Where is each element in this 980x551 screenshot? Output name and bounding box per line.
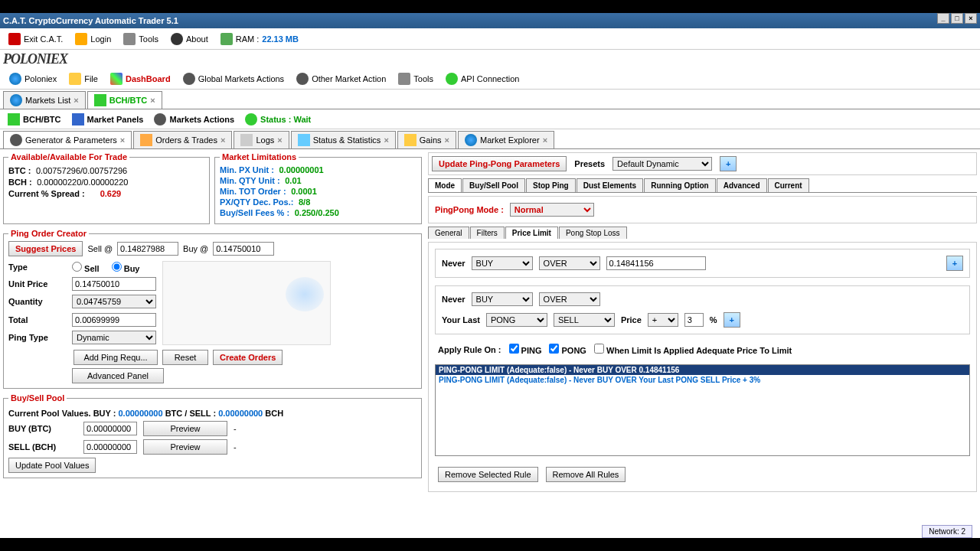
available-panel: Available/Available For Trade BTC : 0.00… [3,152,210,224]
rtab-bsp[interactable]: Buy/Sell Pool [462,178,525,192]
stab-price-limit[interactable]: Price Limit [505,227,558,239]
rule-item[interactable]: PING-PONG LIMIT (Adequate:false) - Never… [436,365,969,375]
tab-bchbtc[interactable]: BCH/BTC× [87,91,162,109]
tab-orders[interactable]: Orders & Trades× [133,131,232,148]
rule2-ref-side-select[interactable]: SELL [554,313,615,327]
market-pair-button[interactable]: BCH/BTC [3,111,66,128]
tab-logs[interactable]: Logs× [234,131,289,148]
type-buy-radio[interactable]: Buy [112,262,140,273]
pool-sell-preview-button[interactable]: Preview [143,439,227,455]
create-orders-button[interactable]: Create Orders [213,350,283,365]
update-pingpong-button[interactable]: Update Ping-Pong Parameters [432,156,567,171]
rule2-side-select[interactable]: BUY [472,292,533,306]
markets-actions-button[interactable]: Markets Actions [149,111,239,128]
chart-icon [94,94,106,106]
rtab-advanced[interactable]: Advanced [717,178,767,192]
globe-icon [9,73,21,85]
close-icon[interactable]: × [384,135,388,145]
pingpong-top-row: Update Ping-Pong Parameters Presets Defa… [428,152,977,175]
pool-buy-preview-button[interactable]: Preview [143,421,227,436]
apply-ping-checkbox[interactable]: PING [509,344,542,355]
tools-menu[interactable]: Tools [118,31,164,47]
type-sell-radio[interactable]: Sell [72,262,100,273]
close-icon[interactable]: × [120,135,125,145]
rtab-current[interactable]: Current [768,178,809,192]
mktlim-legend: Market Limitations [220,152,299,161]
exit-button[interactable]: Exit C.A.T. [3,31,68,47]
check-icon [446,73,458,85]
update-pool-button[interactable]: Update Pool Values [8,458,96,473]
rtab-running[interactable]: Running Option [644,178,716,192]
rule2-add-button[interactable]: + [724,312,740,328]
close-button[interactable]: × [965,13,977,24]
global-markets-button[interactable]: Global Markets Actions [177,70,291,87]
exchange-logo-row: POLONIEX [0,50,980,68]
market-panels-button[interactable]: Market Panels [67,111,149,128]
status-icon [245,113,257,126]
rule1-op-select[interactable]: OVER [539,256,600,270]
bsp-legend: Buy/Sell Pool [8,393,67,403]
presets-select[interactable]: Default Dynamic [612,157,712,171]
other-market-button[interactable]: Other Market Action [290,70,392,87]
close-icon[interactable]: × [74,96,78,105]
remove-all-button[interactable]: Remove All Rules [546,467,626,482]
close-icon[interactable]: × [277,135,282,145]
panel-tab-bar: Generator & Parameters× Orders & Trades×… [0,129,980,149]
tab-markets-list[interactable]: Markets List× [3,91,86,109]
apply-limit-checkbox[interactable]: When Limit Is Applied Adequate Price To … [594,344,792,355]
folder-icon [69,73,81,85]
tab-generator[interactable]: Generator & Parameters× [3,131,132,148]
rules-list[interactable]: PING-PONG LIMIT (Adequate:false) - Never… [435,364,970,456]
rtab-stop-ping[interactable]: Stop Ping [526,178,576,192]
rule1-add-button[interactable]: + [946,256,963,271]
api-connection[interactable]: API Connection [439,70,525,87]
rule2-sign-select[interactable]: + [648,313,678,327]
preset-add-button[interactable]: + [720,156,737,171]
pool-buy-input[interactable] [83,422,137,435]
tools2-menu[interactable]: Tools [392,70,439,87]
gear-icon [183,73,195,85]
stab-general[interactable]: General [428,227,469,239]
exchange-button[interactable]: Poloniex [3,70,63,87]
about-button[interactable]: About [165,31,214,47]
advanced-panel-button[interactable]: Advanced Panel [72,368,164,383]
suggest-prices-button[interactable]: Suggest Prices [8,241,83,256]
dashboard-button[interactable]: DashBoard [104,70,177,87]
close-icon[interactable]: × [150,96,155,105]
login-button[interactable]: Login [70,31,116,47]
rtab-mode[interactable]: Mode [428,178,462,192]
tab-stats[interactable]: Status & Statistics× [291,131,396,148]
tab-explorer[interactable]: Market Explorer× [458,131,554,148]
rule2-op-select[interactable]: OVER [539,292,600,306]
rule2-ref-select[interactable]: PONG [486,313,547,327]
stab-filters[interactable]: Filters [470,227,505,239]
maximize-button[interactable]: □ [951,13,963,24]
close-icon[interactable]: × [445,135,449,145]
tools-icon [398,73,410,85]
pingpong-mode-select[interactable]: Normal [510,203,594,217]
buy-at-input[interactable] [213,242,274,256]
quantity-select[interactable]: 0.04745759 [72,295,156,308]
stab-pong-stop-loss[interactable]: Pong Stop Loss [559,227,627,239]
pool-sell-input[interactable] [83,440,137,454]
unit-price-input[interactable] [72,277,156,291]
apply-pong-checkbox[interactable]: PONG [549,344,586,355]
minimize-button[interactable]: _ [937,13,949,24]
close-icon[interactable]: × [220,135,225,145]
total-input[interactable] [72,313,156,327]
rule2-pct-input[interactable] [684,313,704,327]
ping-type-select[interactable]: Dynamic [72,331,156,344]
sell-at-input[interactable] [117,242,178,256]
tab-gains[interactable]: Gains× [397,131,456,148]
file-menu[interactable]: File [63,70,104,87]
coin-icon [404,134,416,146]
list-icon [140,134,152,146]
rule1-value-input[interactable] [606,256,706,270]
remove-selected-button[interactable]: Remove Selected Rule [438,467,538,482]
reset-button[interactable]: Reset [162,350,208,365]
close-icon[interactable]: × [543,135,547,145]
rule1-side-select[interactable]: BUY [472,256,533,270]
rule-item[interactable]: PING-PONG LIMIT (Adequate:false) - Never… [436,375,969,385]
add-ping-button[interactable]: Add Ping Requ... [74,350,158,365]
rtab-dust[interactable]: Dust Elements [577,178,643,192]
